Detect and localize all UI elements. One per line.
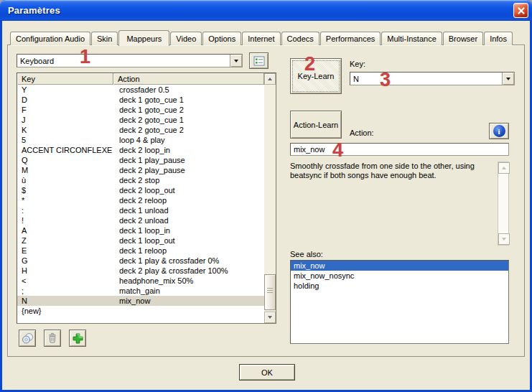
action-info-button[interactable]: i [489, 123, 509, 139]
action-cell: deck 2 loop_in [113, 146, 264, 154]
scroll-up-button[interactable] [498, 162, 510, 174]
table-row[interactable]: : deck 1 unload [17, 205, 264, 215]
action-cell: deck 2 play_pause [113, 166, 264, 174]
tab-strip: Configuration Audio Skin Mappeurs Video … [10, 29, 513, 45]
table-row[interactable]: ù deck 2 stop [17, 175, 264, 185]
table-row[interactable]: M deck 2 play_pause [17, 165, 264, 175]
tab[interactable]: Video [170, 32, 202, 45]
action-cell: deck 2 goto_cue 1 [113, 116, 264, 124]
action-input[interactable] [290, 143, 509, 156]
table-row[interactable]: ACCENT CIRCONFLEXE deck 2 loop_in [17, 145, 264, 155]
close-icon [516, 6, 526, 16]
scroll-down-button[interactable] [264, 312, 276, 323]
mapping-table: Key Action Y crossfader 0.5 D deck 1 got… [17, 73, 276, 324]
delete-mapping-button[interactable] [44, 330, 61, 347]
tab-label: Internet [248, 34, 274, 43]
table-row[interactable]: F deck 1 goto_cue 2 [17, 105, 264, 115]
scroll-up-button[interactable] [264, 73, 276, 85]
tab[interactable]: Infos [484, 32, 513, 45]
tab[interactable]: Browser [443, 32, 483, 45]
table-row[interactable]: N mix_now [17, 296, 264, 306]
action-cell: deck 2 reloop [113, 196, 264, 205]
tab[interactable]: Internet [242, 32, 280, 45]
tab-label: Options [208, 34, 235, 43]
tab[interactable]: Skin [91, 32, 118, 45]
key-cell: ; [17, 286, 113, 295]
table-row[interactable]: Z deck 1 loop_out [17, 235, 264, 246]
device-select[interactable]: Keyboard [17, 54, 243, 67]
close-button[interactable] [513, 3, 528, 18]
key-learn-button[interactable]: Key-Learn [290, 58, 342, 94]
tab[interactable]: Options [202, 32, 241, 45]
table-row[interactable]: D deck 1 goto_cue 1 [17, 95, 264, 105]
title-bar[interactable]: Paramètres [0, 0, 532, 21]
key-cell: E [17, 246, 113, 255]
duplicate-mapper-button[interactable] [19, 330, 36, 347]
column-header-key[interactable]: Key [17, 73, 113, 85]
table-row[interactable]: < headphone_mix 50% [17, 276, 264, 286]
list-item-label: mix_now [294, 261, 325, 270]
add-mapping-button[interactable] [69, 330, 86, 347]
scroll-down-button[interactable] [498, 233, 510, 245]
table-row[interactable]: Q deck 1 play_pause [17, 155, 264, 165]
description-scrollbar[interactable] [498, 162, 509, 246]
trash-icon [47, 332, 58, 344]
mapper-options-button[interactable] [249, 52, 269, 69]
key-label: Key: [350, 60, 365, 68]
action-learn-button[interactable]: Action-Learn [290, 111, 342, 139]
table-row[interactable]: K deck 2 goto_cue 2 [17, 125, 264, 135]
table-row[interactable]: A deck 1 loop_in [17, 225, 264, 235]
device-select-dropdown-button[interactable] [230, 55, 242, 67]
key-cell: ACCENT CIRCONFLEXE [17, 146, 113, 154]
key-select-dropdown-button[interactable] [502, 73, 514, 85]
key-cell: J [17, 116, 113, 124]
table-row[interactable]: ; match_gain [17, 286, 264, 296]
key-cell: 5 [17, 136, 113, 144]
list-item[interactable]: mix_now_nosync [291, 271, 508, 281]
list-item[interactable]: holding [291, 281, 508, 291]
thumb-grip-icon [267, 288, 273, 293]
ok-button[interactable]: OK [239, 364, 295, 381]
list-item-label: mix_now_nosync [294, 271, 354, 280]
key-cell: G [17, 256, 113, 265]
tab[interactable]: Mappeurs [118, 30, 169, 46]
action-cell: deck 1 play_pause [113, 156, 264, 164]
key-cell: D [17, 95, 113, 104]
chevron-down-icon [506, 78, 510, 80]
arrow-down-icon [502, 238, 506, 241]
table-row[interactable]: * deck 2 reloop [17, 195, 264, 205]
key-cell: A [17, 226, 113, 235]
tab[interactable]: Performances [320, 32, 381, 45]
table-scrollbar[interactable] [264, 73, 276, 323]
action-cell: headphone_mix 50% [113, 276, 264, 285]
key-select[interactable]: N [350, 72, 515, 85]
table-row[interactable]: 5 loop 4 & play [17, 135, 264, 145]
action-cell: loop 4 & play [113, 136, 264, 144]
table-row[interactable]: $ deck 2 loop_out [17, 185, 264, 195]
table-row[interactable]: J deck 2 goto_cue 1 [17, 115, 264, 125]
tab-label: Video [176, 34, 196, 43]
column-header-action[interactable]: Action [113, 73, 264, 85]
tab-label: Mappeurs [126, 34, 162, 43]
action-cell: deck 1 loop_in [113, 226, 264, 235]
table-row[interactable]: E deck 1 reloop [17, 246, 264, 256]
tab[interactable]: Codecs [281, 32, 319, 45]
arrow-up-icon [268, 78, 272, 80]
device-select-value: Keyboard [17, 55, 230, 67]
mapping-table-header: Key Action [17, 73, 264, 85]
key-cell: $ [17, 186, 113, 195]
table-row[interactable]: ! deck 2 unload [17, 215, 264, 225]
table-row[interactable]: Y crossfader 0.5 [17, 85, 264, 95]
table-row[interactable]: G deck 1 play & crossfader 0% [17, 256, 264, 266]
table-row[interactable]: {new} [17, 306, 264, 316]
plus-icon [72, 332, 84, 345]
list-item-label: holding [294, 281, 319, 290]
tab[interactable]: Configuration Audio [10, 32, 90, 45]
table-row[interactable]: H deck 2 play & crossfader 100% [17, 266, 264, 276]
tab[interactable]: Multi-Instance [381, 32, 442, 45]
action-cell: deck 1 reloop [113, 246, 264, 255]
scrollbar-thumb[interactable] [264, 274, 276, 310]
key-cell: F [17, 106, 113, 114]
mapping-table-rows: Y crossfader 0.5 D deck 1 goto_cue 1 F d… [17, 85, 264, 323]
list-item[interactable]: mix_now [291, 261, 508, 271]
